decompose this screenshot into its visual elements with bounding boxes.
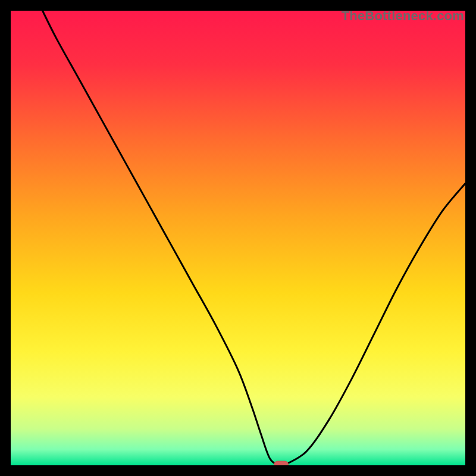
chart-frame: TheBottleneck.com [0,0,476,476]
watermark-text: TheBottleneck.com [342,8,464,24]
optimal-point-marker [274,461,289,465]
plot-area: TheBottleneck.com [11,11,465,465]
bottleneck-chart [11,11,465,465]
